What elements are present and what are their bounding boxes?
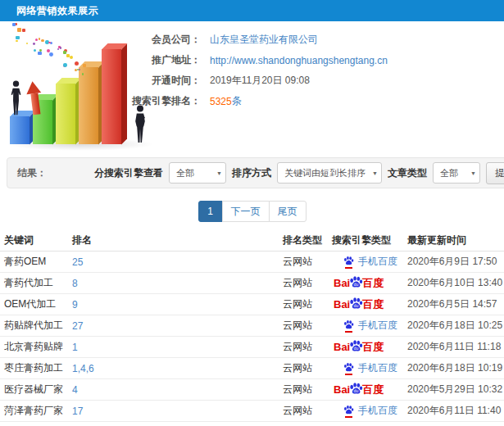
- keyword-cell: 膏药OEM: [4, 255, 72, 269]
- rank-type-cell: 云网站: [283, 297, 332, 311]
- baidu-text-bai: Bai: [334, 341, 350, 353]
- paw-glyph-icon: [343, 320, 354, 330]
- baidu-mobile-logo: 手机百度: [343, 361, 397, 375]
- update-time-cell: 2020年6月5日 14:57: [407, 297, 504, 311]
- baidu-full-logo: Bai du 百度: [334, 275, 384, 292]
- rank-link[interactable]: 1: [72, 342, 78, 353]
- header-rank: 排名: [72, 233, 283, 247]
- page-1-button[interactable]: 1: [198, 201, 223, 222]
- update-time-cell: 2020年6月18日 10:25: [407, 319, 504, 333]
- rank-link[interactable]: 27: [72, 320, 83, 332]
- rank-link[interactable]: 9: [72, 299, 78, 310]
- engine-rank-row: 搜索引擎排名： 5325 条: [125, 91, 388, 111]
- search-engine-cell: 手机百度: [332, 319, 407, 333]
- confetti-dot: [63, 51, 66, 54]
- table-row: 北京膏药贴牌 1 云网站 Bai: [0, 337, 504, 358]
- rank-cell: 8: [72, 278, 283, 289]
- member-info-list: 会员公司： 山东皇圣堂药业有限公司 推广地址： http://www.shand…: [125, 29, 388, 111]
- engine-label: 手机百度: [358, 255, 397, 269]
- open-time-value: 2019年11月20日 09:08: [210, 74, 310, 88]
- engine-filter-select[interactable]: 全部: [169, 162, 226, 184]
- rank-link[interactable]: 17: [72, 406, 83, 417]
- table-row: 膏药代加工 8 云网站 Bai: [0, 273, 504, 294]
- result-label: 结果：: [17, 166, 47, 180]
- table-row: 膏药OEM 25 云网站 手机百度: [0, 252, 504, 273]
- red-underline: [345, 331, 352, 333]
- app-header: 网络营销效果展示: [0, 0, 504, 21]
- promo-url-link[interactable]: http://www.shandonghuangshengtang.cn: [210, 55, 388, 66]
- baidu-paw-icon: [343, 362, 354, 375]
- table-row: 菏泽膏药厂家 17 云网站 手机百度: [0, 401, 504, 422]
- baidu-paw-icon: [343, 320, 354, 333]
- baidu-text-bai: Bai: [334, 298, 350, 310]
- header-engine-type: 搜索引擎类型: [332, 233, 407, 247]
- rank-link[interactable]: 25: [72, 256, 83, 268]
- search-engine-cell: 手机百度: [332, 404, 407, 418]
- svg-text:du: du: [354, 388, 359, 393]
- rank-link[interactable]: 1,4,6: [72, 363, 94, 374]
- search-engine-cell: Bai du 百度: [332, 297, 407, 313]
- rank-cell: 1: [72, 342, 283, 353]
- rank-cell: 27: [72, 320, 283, 332]
- confetti-dot: [16, 40, 17, 42]
- confetti-dot: [35, 39, 38, 41]
- last-page-button[interactable]: 尾页: [269, 201, 306, 222]
- rank-cell: 4: [72, 384, 283, 396]
- filter-group: 分搜索引擎查看 全部 排序方式 关键词由短到长排序 文章类型 全部 提交: [94, 162, 504, 184]
- rank-cell: 9: [72, 299, 283, 310]
- company-label: 会员公司：: [125, 33, 201, 47]
- businessman-on-bar-icon: [8, 80, 24, 116]
- update-time-cell: 2020年6月18日 10:19: [407, 361, 504, 375]
- search-engine-cell: 手机百度: [332, 255, 407, 269]
- keyword-cell: 药贴牌代加工: [4, 319, 72, 333]
- table-header-row: 关键词 排名 排名类型 搜索引擎类型 最新更新时间: [0, 230, 504, 252]
- baidu-full-logo: Bai du 百度: [334, 382, 384, 398]
- table-row: 枣庄膏药加工 1,4,6 云网站 手机百度: [0, 358, 504, 379]
- rank-type-cell: 云网站: [283, 361, 332, 375]
- red-underline: [345, 416, 352, 418]
- confetti-dot: [70, 56, 73, 59]
- promo-url-label: 推广地址：: [125, 53, 201, 67]
- confetti-dot: [22, 29, 25, 32]
- rank-type-cell: 云网站: [283, 319, 332, 333]
- engine-rank-label: 搜索引擎排名：: [125, 94, 201, 108]
- open-time-row: 开通时间： 2019年11月20日 09:08: [125, 70, 388, 91]
- arrow-head: [25, 80, 42, 94]
- rank-type-cell: 云网站: [283, 383, 332, 397]
- submit-button[interactable]: 提交: [486, 162, 504, 184]
- rank-link[interactable]: 8: [72, 278, 78, 289]
- header-update-time: 最新更新时间: [407, 233, 504, 247]
- rank-link[interactable]: 4: [72, 384, 78, 396]
- article-type-select[interactable]: 全部: [433, 162, 480, 184]
- confetti-dot: [34, 49, 36, 52]
- header-keyword: 关键词: [4, 233, 72, 247]
- sort-select[interactable]: 关键词由短到长排序: [277, 162, 382, 184]
- baidu-paw-icon: du: [349, 297, 363, 310]
- baidu-text-cn: 百度: [362, 276, 384, 291]
- red-underline: [345, 374, 352, 375]
- baidu-text-cn: 百度: [362, 297, 384, 312]
- page-title: 网络营销效果展示: [16, 4, 98, 18]
- next-page-button[interactable]: 下一页: [222, 201, 270, 222]
- engine-label: 手机百度: [358, 404, 397, 418]
- engine-rank-count: 5325: [210, 96, 232, 107]
- baidu-paw-icon: [343, 256, 354, 269]
- arrow-stem: [30, 93, 40, 115]
- confetti-dot: [12, 23, 16, 26]
- header-rank-type: 排名类型: [283, 233, 332, 247]
- confetti-dot: [82, 73, 84, 75]
- red-underline: [345, 267, 352, 269]
- baidu-mobile-logo: 手机百度: [343, 255, 397, 269]
- open-time-label: 开通时间：: [125, 74, 201, 88]
- baidu-text-cn: 百度: [362, 340, 384, 355]
- baidu-text-cn: 百度: [362, 383, 384, 397]
- paw-glyph-icon: [343, 405, 354, 415]
- update-time-cell: 2020年6月11日 11:18: [407, 340, 504, 354]
- engine-label: 手机百度: [358, 361, 397, 375]
- company-link[interactable]: 山东皇圣堂药业有限公司: [210, 33, 318, 47]
- rank-type-cell: 云网站: [283, 276, 332, 290]
- confetti-dot: [38, 52, 42, 56]
- confetti-dot: [75, 61, 79, 66]
- baidu-full-logo: Bai du 百度: [334, 339, 384, 356]
- baidu-paw-icon: du: [349, 382, 363, 396]
